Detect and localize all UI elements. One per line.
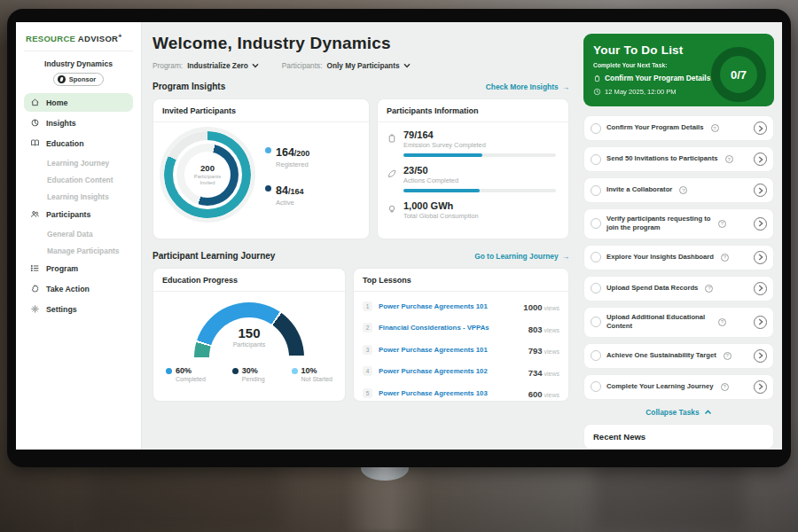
participants-dropdown[interactable]: Only My Participants	[326, 61, 410, 70]
chevron-right-icon[interactable]	[754, 380, 767, 394]
leaf-icon	[387, 168, 397, 179]
sidebar-item-general-data[interactable]: General Data	[24, 225, 133, 242]
help-icon[interactable]: ?	[725, 155, 733, 163]
task-checkbox[interactable]	[591, 185, 601, 196]
sidebar-item-take-action[interactable]: Take Action	[24, 279, 133, 298]
book-icon	[30, 138, 40, 148]
task-row-complete-learning-journey[interactable]: Complete Your Learning Journey?	[583, 374, 774, 400]
chevron-right-icon[interactable]	[754, 282, 767, 295]
help-icon[interactable]: ?	[721, 254, 729, 262]
section-learning-journey: Participant Learning Journey	[153, 251, 275, 261]
gauge-center-value: 150	[194, 325, 304, 340]
task-row-upload-spend-data[interactable]: Upload Spend Data Records?	[583, 276, 774, 301]
chevron-right-icon[interactable]	[754, 349, 767, 363]
task-row-verify-participants[interactable]: Verify participants requesting to join t…	[583, 208, 774, 239]
sidebar-item-education[interactable]: Education	[24, 134, 133, 153]
list-icon	[30, 263, 40, 273]
chevron-right-icon[interactable]	[754, 217, 767, 231]
help-icon[interactable]: ?	[711, 124, 719, 132]
sidebar-item-participants[interactable]: Participants	[24, 205, 133, 223]
task-checkbox[interactable]	[591, 123, 601, 134]
program-dropdown[interactable]: Industrialize Zero	[187, 61, 259, 70]
chevron-right-icon[interactable]	[754, 251, 767, 264]
collapse-tasks-link[interactable]: Collapse Tasks	[583, 408, 774, 417]
check-more-insights-link[interactable]: Check More Insights →	[486, 82, 569, 91]
task-checkbox[interactable]	[591, 283, 601, 293]
card-title: Top Lessons	[354, 269, 568, 292]
clipboard-icon	[593, 74, 601, 82]
help-icon[interactable]: ?	[724, 352, 732, 360]
stat-emission-survey: 79/164 Emission Survey Completed	[387, 129, 558, 157]
task-row-send-invitations[interactable]: Send 50 Invitations to Participants?	[583, 146, 774, 172]
lesson-row: 2 Financial Considerations - VPPAs 803vi…	[363, 320, 559, 336]
invited-donut-outer: 200 Participants Invited	[164, 131, 251, 218]
lesson-link[interactable]: Power Purchase Agreements 102	[379, 367, 522, 375]
app-logo: RESOURCE ADVISOR+	[24, 31, 133, 51]
sidebar-item-insights[interactable]: Insights	[24, 113, 133, 132]
task-checkbox[interactable]	[591, 381, 601, 392]
help-icon[interactable]: ?	[721, 383, 729, 391]
gauge-legend: 60% Completed 30% Pending 10% Not Starte…	[153, 366, 345, 382]
chevron-right-icon[interactable]	[754, 184, 767, 197]
chevron-up-icon	[704, 410, 712, 415]
help-icon[interactable]: ?	[718, 220, 726, 228]
legend-dot	[166, 368, 172, 374]
progress-fill	[403, 189, 480, 192]
clock-icon	[593, 88, 601, 96]
invited-donut-inner: 200 Participants Invited	[176, 144, 239, 206]
task-row-upload-educational-content[interactable]: Upload Additional Educational Content?	[583, 307, 774, 338]
task-list: Confirm Your Program Details? Send 50 In…	[583, 115, 774, 400]
lesson-link[interactable]: Financial Considerations - VPPAs	[379, 324, 522, 332]
sidebar: RESOURCE ADVISOR+ Industry Dynamics Spon…	[16, 22, 142, 450]
org-name: Industry Dynamics	[24, 59, 133, 68]
recent-news-card: Recent News	[583, 424, 774, 450]
chevron-right-icon[interactable]	[754, 316, 767, 329]
sidebar-item-learning-insights[interactable]: Learning Insights	[24, 188, 133, 205]
monitor-bezel: RESOURCE ADVISOR+ Industry Dynamics Spon…	[7, 9, 791, 467]
top-lessons-card: Top Lessons 1 Power Purchase Agreements …	[353, 268, 569, 402]
card-title: Invited Participants	[153, 99, 369, 122]
todo-progress-value: 0/7	[731, 68, 747, 82]
lesson-link[interactable]: Power Purchase Agreements 103	[379, 389, 522, 397]
progress-track	[403, 189, 556, 192]
participants-filter: Participants: Only My Participants	[282, 61, 411, 70]
gear-icon	[30, 304, 40, 314]
section-program-insights: Program Insights	[153, 82, 225, 91]
filter-bar: Program: Industrialize Zero Participants…	[153, 61, 569, 70]
donut-legend: 164/200 Registered 84/164 Active	[265, 144, 309, 207]
sidebar-item-manage-participants[interactable]: Manage Participants	[24, 242, 133, 259]
arrow-right-icon: →	[562, 252, 569, 261]
sidebar-item-education-content[interactable]: Education Content	[24, 171, 133, 188]
sidebar-item-home[interactable]: Home	[24, 93, 133, 112]
task-row-invite-collaborator[interactable]: Invite a Collaborator?	[583, 177, 774, 203]
page-title: Welcome, Industry Dynamics	[153, 34, 569, 53]
chevron-right-icon[interactable]	[754, 153, 767, 166]
task-checkbox[interactable]	[591, 252, 601, 262]
task-checkbox[interactable]	[591, 317, 601, 327]
sidebar-item-program[interactable]: Program	[24, 259, 133, 278]
legend-pending: 30% Pending	[232, 366, 265, 382]
task-checkbox[interactable]	[591, 218, 601, 229]
badge-icon	[30, 284, 40, 293]
lesson-link[interactable]: Power Purchase Agreements 101	[379, 302, 517, 310]
go-to-learning-journey-link[interactable]: Go to Learning Journey →	[474, 252, 569, 261]
bulb-icon	[387, 204, 397, 215]
card-title: Participants Information	[378, 99, 568, 122]
help-icon[interactable]: ?	[705, 285, 713, 293]
chevron-right-icon[interactable]	[754, 121, 767, 135]
sidebar-item-settings[interactable]: Settings	[24, 300, 133, 318]
stat-total-consumption: 1,000 GWh Total Global Consumption	[387, 200, 558, 220]
task-checkbox[interactable]	[591, 350, 601, 361]
help-icon[interactable]: ?	[718, 318, 726, 326]
sponsor-badge[interactable]: Sponsor	[53, 73, 104, 86]
legend-completed: 60% Completed	[166, 366, 206, 382]
lesson-row: 5 Power Purchase Agreements 103 600views	[363, 385, 559, 401]
task-row-confirm-program[interactable]: Confirm Your Program Details?	[583, 115, 774, 141]
help-icon[interactable]: ?	[679, 186, 687, 194]
task-row-achieve-sustainability-target[interactable]: Achieve One Sustainability Target?	[583, 343, 774, 369]
main-content: Welcome, Industry Dynamics Program: Indu…	[142, 22, 578, 450]
sidebar-item-learning-journey[interactable]: Learning Journey	[24, 154, 133, 171]
lesson-link[interactable]: Power Purchase Agreements 101	[379, 346, 522, 354]
task-checkbox[interactable]	[591, 154, 601, 165]
task-row-explore-insights[interactable]: Explore Your Insights Dashboard?	[583, 245, 774, 270]
